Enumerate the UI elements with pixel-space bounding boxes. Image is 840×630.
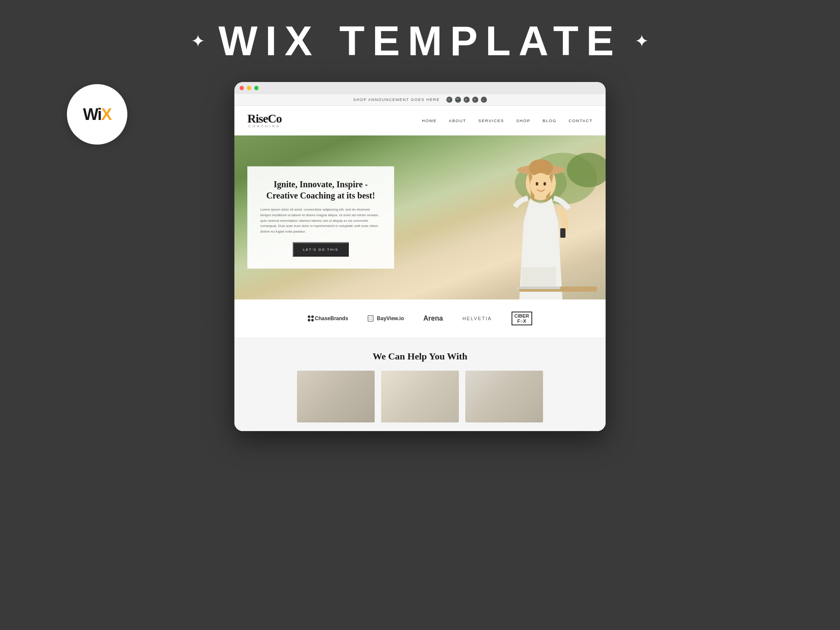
hero-cta-button[interactable]: LET'S DO THIS (293, 242, 349, 256)
brand-chasebrands-label: ChaseBrands (315, 315, 348, 321)
logo: RiseCo COACHING (247, 113, 282, 128)
svg-point-9 (536, 182, 538, 186)
card-image-2 (381, 371, 459, 422)
wix-dot: X (101, 105, 111, 123)
bottom-cards (252, 371, 588, 422)
wix-logo: WiX (83, 105, 111, 124)
bottom-heading: We Can Help You With (252, 351, 588, 362)
bottom-section: We Can Help You With (234, 338, 606, 431)
person-figure (424, 135, 606, 299)
brand-arena: Arena (423, 315, 443, 322)
website-content: SHOP ANNOUNCEMENT GOES HERE 🛒 📷 f t ♪ Ri… (234, 94, 606, 431)
brand-helvetia: HELVETIA (462, 316, 492, 321)
svg-point-10 (543, 182, 546, 186)
browser-maximize-dot (254, 86, 259, 90)
brands-section: ChaseBrands □ BayView.io Arena HELVETIA … (234, 299, 606, 338)
star-left-icon: ✦ (191, 31, 205, 51)
logo-subtitle: COACHING (247, 125, 282, 128)
bottom-card-1 (297, 371, 375, 422)
announcement-bar: SHOP ANNOUNCEMENT GOES HERE 🛒 📷 f t ♪ (234, 94, 606, 106)
svg-point-8 (530, 173, 552, 197)
nav-services[interactable]: SERVICES (478, 118, 504, 123)
nav-blog[interactable]: BLOG (543, 118, 556, 123)
browser-top-bar (234, 82, 606, 94)
nav-contact[interactable]: CONTACT (568, 118, 593, 123)
cart-icon[interactable]: 🛒 (446, 97, 452, 103)
hero-text-box: Ignite, Innovate, Inspire - Creative Coa… (247, 167, 394, 269)
browser-mockup: SHOP ANNOUNCEMENT GOES HERE 🛒 📷 f t ♪ Ri… (234, 82, 606, 431)
browser-close-dot (240, 86, 244, 90)
nav-shop[interactable]: SHOP (516, 118, 531, 123)
twitter-icon[interactable]: t (472, 97, 478, 103)
bottom-card-2 (381, 371, 459, 422)
nav-about[interactable]: ABOUT (449, 118, 466, 123)
svg-rect-6 (560, 228, 565, 238)
card-image-3 (465, 371, 543, 422)
browser-minimize-dot (247, 86, 251, 90)
brand-bayview: □ BayView.io (368, 315, 404, 321)
bottom-card-3 (465, 371, 543, 422)
brand-chasebrands: ChaseBrands (308, 315, 348, 321)
svg-rect-11 (521, 267, 556, 289)
card-image-1 (297, 371, 375, 422)
brand-ciberfox-label: CIBER F○X (515, 313, 529, 324)
nav-bar: RiseCo COACHING HOME ABOUT SERVICES SHOP… (234, 106, 606, 135)
facebook-icon[interactable]: f (464, 97, 470, 103)
brand-arena-label: Arena (423, 315, 443, 322)
star-right-icon: ✦ (635, 31, 649, 51)
brand-ciberfox: CIBER F○X (512, 312, 532, 325)
hero-headline: Ignite, Innovate, Inspire - Creative Coa… (260, 179, 381, 201)
brand-bayview-label: BayView.io (377, 315, 404, 321)
brand-helvetia-label: HELVETIA (462, 316, 492, 321)
hero-body-text: Lorem ipsum dolor sit amet, consectetur … (260, 207, 381, 235)
announcement-text: SHOP ANNOUNCEMENT GOES HERE (353, 98, 440, 102)
nav-links: HOME ABOUT SERVICES SHOP BLOG CONTACT (422, 118, 593, 123)
social-icons: 🛒 📷 f t ♪ (446, 97, 487, 103)
instagram-icon[interactable]: 📷 (455, 97, 461, 103)
header-banner: ✦ WIX TEMPLATE ✦ (0, 0, 840, 78)
logo-text: RiseCo (247, 113, 282, 125)
tiktok-icon[interactable]: ♪ (481, 97, 487, 103)
wix-badge: WiX (67, 84, 127, 145)
svg-rect-12 (517, 287, 560, 289)
nav-home[interactable]: HOME (422, 118, 437, 123)
page-title: WIX TEMPLATE (218, 17, 622, 65)
hero-section: Ignite, Innovate, Inspire - Creative Coa… (234, 135, 606, 299)
